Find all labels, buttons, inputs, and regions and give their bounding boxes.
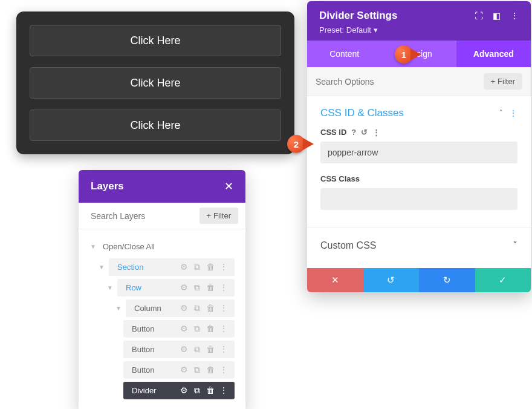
layer-label: Section	[115, 263, 179, 272]
chevron-down-icon: ˅	[513, 240, 517, 251]
duplicate-icon[interactable]: ⧉	[192, 324, 202, 334]
more-icon[interactable]: ⋮	[219, 303, 229, 313]
section-header[interactable]: CSS ID & Classes ˄ ⋮	[320, 107, 517, 119]
trash-icon[interactable]: 🗑	[206, 385, 215, 395]
gear-icon[interactable]: ⚙	[179, 283, 189, 292]
gear-icon[interactable]: ⚙	[179, 385, 189, 395]
trash-icon[interactable]: 🗑	[206, 303, 215, 313]
css-id-classes-section: CSS ID & Classes ˄ ⋮ CSS ID ? ↺ ⋮ CSS Cl…	[307, 96, 531, 227]
more-icon[interactable]: ⋮	[219, 283, 229, 292]
duplicate-icon[interactable]: ⧉	[192, 365, 202, 375]
trash-icon[interactable]: 🗑	[206, 365, 215, 375]
reset-icon[interactable]: ↺	[361, 128, 368, 137]
redo-icon: ↻	[443, 275, 451, 286]
layer-row[interactable]: ▼ Row ⚙ ⧉ 🗑 ⋮	[89, 278, 235, 297]
trash-icon[interactable]: 🗑	[206, 262, 215, 272]
filter-label: Filter	[213, 211, 231, 220]
gear-icon[interactable]: ⚙	[179, 344, 189, 354]
layer-column[interactable]: ▼ Column ⚙ ⧉ 🗑 ⋮	[89, 298, 235, 318]
preset-dropdown[interactable]: Preset: Default ▾	[319, 25, 519, 34]
duplicate-icon[interactable]: ⧉	[192, 385, 202, 396]
close-icon[interactable]: ✕	[224, 180, 233, 193]
settings-filter-button[interactable]: + Filter	[484, 73, 522, 90]
section-title: CSS ID & Classes	[320, 107, 404, 119]
chevron-up-icon[interactable]: ˄	[499, 108, 503, 118]
settings-search-input[interactable]	[316, 77, 484, 87]
save-button[interactable]: ✓	[475, 268, 531, 292]
preview-button[interactable]: Click Here	[30, 25, 281, 56]
layers-tree: ▼ Open/Close All ▼ Section ⚙ ⧉ 🗑 ⋮ ▼ Row…	[79, 229, 245, 409]
settings-footer: ✕ ↺ ↻ ✓	[307, 268, 531, 292]
plus-icon: +	[491, 77, 496, 86]
layer-label: Button	[129, 324, 179, 333]
layer-section[interactable]: ▼ Section ⚙ ⧉ 🗑 ⋮	[89, 257, 235, 276]
layers-search-row: + Filter	[79, 203, 245, 229]
layer-chip: Section ⚙ ⧉ 🗑 ⋮	[109, 258, 235, 276]
filter-label: Filter	[498, 77, 515, 86]
expand-icon[interactable]: ⛶	[475, 11, 483, 21]
trash-icon[interactable]: 🗑	[206, 283, 215, 292]
css-id-input[interactable]	[320, 142, 517, 163]
layer-divider[interactable]: Divider ⚙ ⧉ 🗑 ⋮	[89, 381, 235, 400]
duplicate-icon[interactable]: ⧉	[192, 262, 202, 272]
layer-label: Button	[129, 345, 179, 354]
check-icon: ✓	[499, 275, 507, 286]
layer-actions: ⚙ ⧉ 🗑 ⋮	[179, 324, 229, 334]
custom-css-section[interactable]: Custom CSS ˅	[307, 227, 531, 263]
caret-down-icon[interactable]: ▼	[106, 284, 114, 291]
help-icon[interactable]: ?	[351, 128, 356, 137]
callout-1: 1	[395, 45, 421, 64]
duplicate-icon[interactable]: ⧉	[192, 303, 202, 313]
layer-chip: Button ⚙ ⧉ 🗑 ⋮	[123, 320, 235, 338]
more-icon[interactable]: ⋮	[219, 262, 229, 272]
trash-icon[interactable]: 🗑	[206, 344, 215, 354]
duplicate-icon[interactable]: ⧉	[192, 283, 202, 293]
settings-header: Divider Settings ⛶ ◧ ⋮ Preset: Default ▾	[307, 1, 531, 41]
css-class-label: CSS Class	[320, 174, 360, 183]
caret-down-icon[interactable]: ▼	[98, 264, 105, 270]
trash-icon[interactable]: 🗑	[206, 324, 215, 333]
layer-chip-selected: Divider ⚙ ⧉ 🗑 ⋮	[123, 382, 235, 399]
gear-icon[interactable]: ⚙	[179, 365, 189, 375]
layer-label: Divider	[129, 386, 179, 395]
preview-button[interactable]: Click Here	[30, 67, 281, 99]
gear-icon[interactable]: ⚙	[179, 262, 189, 272]
css-id-label: CSS ID	[320, 128, 346, 137]
open-close-label: Open/Close All	[100, 242, 235, 251]
redo-button[interactable]: ↻	[419, 268, 475, 292]
more-icon[interactable]: ⋮	[219, 344, 229, 354]
more-icon[interactable]: ⋮	[510, 11, 519, 21]
more-icon[interactable]: ⋮	[372, 128, 380, 137]
arrow-right-icon	[410, 48, 421, 61]
layers-panel: Layers ✕ + Filter ▼ Open/Close All ▼ Sec…	[79, 170, 245, 409]
more-icon[interactable]: ⋮	[219, 324, 229, 333]
layers-filter-button[interactable]: + Filter	[199, 208, 238, 224]
more-icon[interactable]: ⋮	[219, 385, 229, 395]
arrow-right-icon	[303, 138, 314, 150]
preset-label: Preset: Default	[319, 25, 371, 34]
gear-icon[interactable]: ⚙	[179, 324, 189, 333]
duplicate-icon[interactable]: ⧉	[192, 344, 202, 355]
layer-button[interactable]: Button ⚙ ⧉ 🗑 ⋮	[89, 339, 235, 359]
close-icon: ✕	[331, 275, 339, 286]
css-class-input[interactable]	[320, 188, 517, 210]
caret-down-icon: ▼	[89, 243, 97, 250]
preview-button[interactable]: Click Here	[30, 110, 281, 141]
undo-button[interactable]: ↺	[363, 268, 420, 292]
layer-actions: ⚙ ⧉ 🗑 ⋮	[179, 303, 229, 313]
more-icon[interactable]: ⋮	[509, 108, 517, 118]
layer-actions: ⚙ ⧉ 🗑 ⋮	[179, 344, 229, 355]
tab-content[interactable]: Content	[307, 41, 381, 67]
layers-title: Layers	[91, 180, 124, 192]
dock-icon[interactable]: ◧	[493, 11, 501, 21]
cancel-button[interactable]: ✕	[307, 268, 363, 292]
layer-button[interactable]: Button ⚙ ⧉ 🗑 ⋮	[89, 360, 235, 379]
layers-open-close-all[interactable]: ▼ Open/Close All	[89, 237, 235, 256]
more-icon[interactable]: ⋮	[219, 365, 229, 375]
layer-button[interactable]: Button ⚙ ⧉ 🗑 ⋮	[89, 319, 235, 338]
css-id-label-row: CSS ID ? ↺ ⋮	[320, 128, 517, 137]
gear-icon[interactable]: ⚙	[179, 303, 189, 313]
layers-search-input[interactable]	[91, 211, 199, 221]
caret-down-icon[interactable]: ▼	[115, 305, 122, 312]
tab-advanced[interactable]: Advanced	[456, 41, 531, 67]
